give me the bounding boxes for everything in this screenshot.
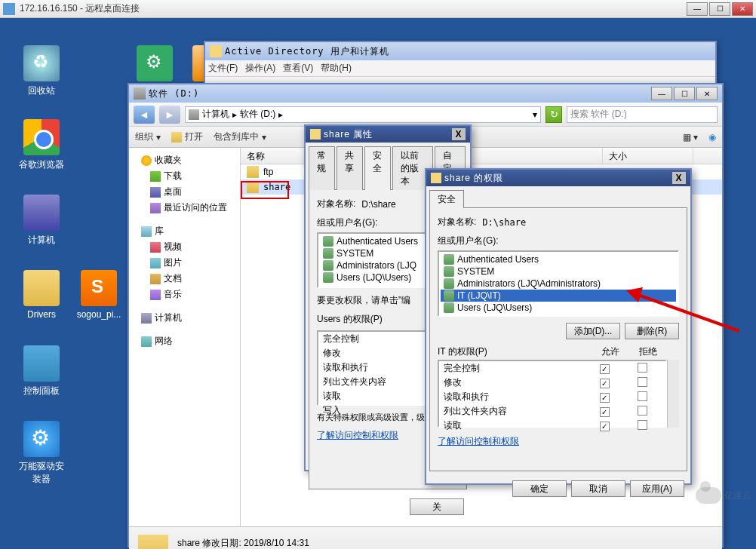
allow-checkbox[interactable] bbox=[600, 379, 610, 388]
back-button[interactable]: ◄ bbox=[134, 106, 155, 124]
props-object-label: 对象名称: bbox=[317, 198, 355, 210]
address-bar[interactable]: 计算机 ▸ 软件 (D:) ▸ ▾ bbox=[185, 106, 541, 123]
group-icon bbox=[323, 272, 333, 283]
close-button[interactable]: ✕ bbox=[732, 2, 753, 16]
props-close[interactable]: X bbox=[452, 128, 466, 140]
allow-checkbox[interactable] bbox=[600, 407, 610, 417]
video-icon bbox=[150, 242, 161, 253]
download-icon bbox=[150, 171, 161, 182]
group-icon bbox=[444, 302, 454, 313]
user-item[interactable]: SYSTEM bbox=[441, 265, 676, 278]
ok-button[interactable]: 确定 bbox=[512, 480, 567, 497]
desktop-icon-谷歌浏览器[interactable]: 谷歌浏览器 bbox=[15, 119, 68, 171]
ad-menu-view[interactable]: 查看(V) bbox=[283, 62, 313, 75]
share-permissions-dialog[interactable]: share 的权限 X 安全 对象名称: D:\share 组或用户名(G): … bbox=[425, 168, 692, 485]
ad-menu-help[interactable]: 帮助(H) bbox=[321, 62, 352, 75]
tree-computer[interactable]: 计算机 bbox=[134, 310, 235, 326]
tree-libraries[interactable]: 库 bbox=[134, 223, 235, 239]
cancel-button[interactable]: 取消 bbox=[571, 480, 625, 497]
folder-icon bbox=[431, 173, 441, 183]
perm-titlebar[interactable]: share 的权限 X bbox=[426, 170, 690, 186]
desktop-icon-回收站[interactable]: 回收站 bbox=[15, 45, 68, 97]
tree-network[interactable]: 网络 bbox=[134, 333, 235, 349]
preview-pane: share 修改日期: 2019/8/10 14:31 文件夹 bbox=[129, 526, 722, 549]
perm-row: 列出文件夹内容 bbox=[439, 404, 665, 419]
explorer-maximize[interactable]: ☐ bbox=[674, 87, 695, 100]
rdp-titlebar[interactable]: 172.16.16.150 - 远程桌面连接 — ☐ ✕ bbox=[0, 0, 756, 18]
watermark: 亿速云 bbox=[696, 487, 751, 504]
perm-user-list[interactable]: Authenticated UsersSYSTEMAdministrators … bbox=[438, 250, 679, 317]
tab-security[interactable]: 安全 bbox=[364, 146, 391, 190]
tab-general[interactable]: 常规 bbox=[309, 146, 335, 190]
maximize-button[interactable]: ☐ bbox=[709, 2, 730, 16]
user-item[interactable]: IT (LJQ\IT) bbox=[441, 290, 676, 302]
desktop: 回收站DNSActivDirect谷歌浏览器计算机Driverssogou_pi… bbox=[0, 18, 756, 549]
tab-sharing[interactable]: 共享 bbox=[337, 146, 363, 190]
icon-label: 计算机 bbox=[15, 234, 68, 247]
props-object-value: D:\share bbox=[361, 199, 395, 210]
tree-favorites[interactable]: 收藏夹 bbox=[134, 152, 235, 168]
desktop-icon-Drivers[interactable]: Drivers bbox=[15, 270, 68, 320]
breadcrumb-computer[interactable]: 计算机 bbox=[202, 108, 229, 121]
perm-acl-link[interactable]: 了解访问控制和权限 bbox=[438, 435, 679, 448]
open-button[interactable]: 打开 bbox=[171, 130, 203, 143]
ad-menu-file[interactable]: 文件(F) bbox=[208, 62, 238, 75]
refresh-button[interactable]: ↻ bbox=[545, 106, 562, 123]
perm-close[interactable]: X bbox=[672, 172, 686, 184]
apply-button[interactable]: 应用(A) bbox=[630, 480, 684, 497]
tree-recent[interactable]: 最近访问的位置 bbox=[134, 200, 235, 216]
user-item[interactable]: Authenticated Users bbox=[441, 253, 676, 265]
desktop-icon bbox=[150, 187, 161, 198]
preview-date: 2019/8/10 14:31 bbox=[244, 538, 309, 548]
highlight-box bbox=[241, 181, 289, 199]
group-icon bbox=[323, 248, 333, 259]
desktop-icon-控制面板[interactable]: 控制面板 bbox=[15, 345, 68, 397]
user-item[interactable]: Administrators (LJQ\Administrators) bbox=[441, 278, 676, 290]
explorer-titlebar[interactable]: 软件 (D:) — ☐ ✕ bbox=[129, 84, 722, 103]
props-titlebar[interactable]: share 属性 X bbox=[306, 126, 470, 143]
tree-downloads[interactable]: 下载 bbox=[134, 168, 235, 184]
desktop-icon-sogou_pi...[interactable]: sogou_pi... bbox=[72, 270, 125, 320]
forward-button[interactable]: ► bbox=[159, 106, 180, 124]
deny-checkbox[interactable] bbox=[638, 406, 647, 416]
perm-name: 完全控制 bbox=[444, 362, 585, 375]
breadcrumb-drive[interactable]: 软件 (D:) bbox=[240, 108, 275, 121]
allow-checkbox[interactable] bbox=[600, 364, 610, 374]
view-button[interactable]: ▦ ▾ bbox=[683, 132, 698, 143]
desktop-icon-计算机[interactable]: 计算机 bbox=[15, 195, 68, 247]
deny-checkbox[interactable] bbox=[638, 391, 647, 401]
cloud-icon bbox=[696, 487, 721, 504]
rdp-icon bbox=[3, 3, 15, 15]
minimize-button[interactable]: — bbox=[687, 2, 708, 16]
user-item[interactable]: Users (LJQ\Users) bbox=[441, 302, 676, 314]
explorer-close[interactable]: ✕ bbox=[696, 87, 718, 100]
col-size[interactable]: 大小 bbox=[603, 148, 693, 164]
perm-groups-label: 组或用户名(G): bbox=[438, 235, 679, 247]
dropdown-icon[interactable]: ▾ bbox=[533, 109, 537, 120]
allow-checkbox[interactable] bbox=[600, 393, 610, 403]
tree-video[interactable]: 视频 bbox=[134, 239, 235, 255]
help-button[interactable]: ◉ bbox=[708, 132, 716, 143]
desktop-icon-万能驱动安装器[interactable]: 万能驱动安装器 bbox=[15, 421, 68, 486]
scrollbar[interactable] bbox=[667, 360, 679, 428]
icon-label: 万能驱动安装器 bbox=[15, 460, 68, 486]
explorer-minimize[interactable]: — bbox=[651, 87, 672, 100]
ad-menu-action[interactable]: 操作(A) bbox=[245, 62, 275, 75]
deny-checkbox[interactable] bbox=[638, 363, 647, 373]
tree-documents[interactable]: 文档 bbox=[134, 271, 235, 287]
add-button[interactable]: 添加(D)... bbox=[566, 323, 620, 339]
explorer-navbar: ◄ ► 计算机 ▸ 软件 (D:) ▸ ▾ ↻ 搜索 软件 (D:) bbox=[129, 103, 722, 127]
remove-button[interactable]: 删除(R) bbox=[625, 323, 679, 339]
deny-checkbox[interactable] bbox=[638, 420, 647, 430]
include-button[interactable]: 包含到库中 ▾ bbox=[214, 130, 266, 143]
deny-checkbox[interactable] bbox=[638, 377, 647, 387]
tree-desktop[interactable]: 桌面 bbox=[134, 184, 235, 200]
search-input[interactable]: 搜索 软件 (D:) bbox=[567, 106, 718, 123]
allow-checkbox[interactable] bbox=[600, 422, 610, 431]
tree-music[interactable]: 音乐 bbox=[134, 287, 235, 302]
organize-button[interactable]: 组织 ▾ bbox=[135, 130, 161, 143]
tab-security[interactable]: 安全 bbox=[429, 190, 464, 208]
perm-perm-label: IT 的权限(P) bbox=[438, 345, 592, 358]
group-icon bbox=[444, 254, 454, 265]
tree-pictures[interactable]: 图片 bbox=[134, 255, 235, 271]
